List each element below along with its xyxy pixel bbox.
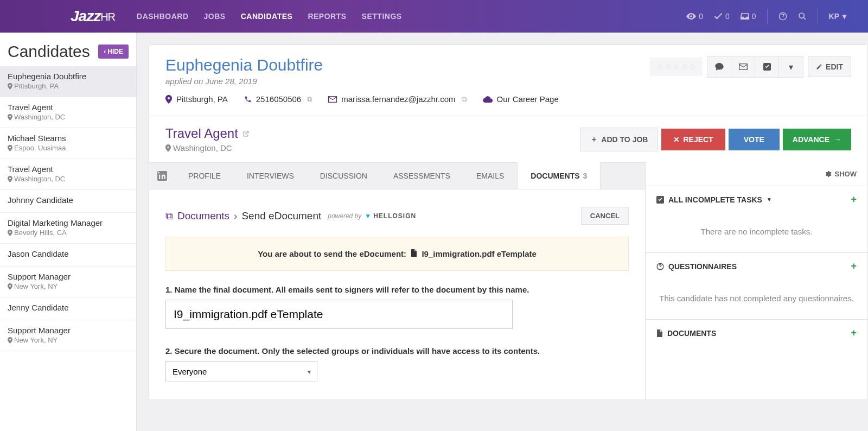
job-location: Washington, DC [165, 143, 250, 153]
questionnaires-panel-head[interactable]: QUESTIONNAIRES + [646, 253, 867, 280]
profile-header: Euphegenia Doubtfire applied on June 28,… [149, 45, 867, 86]
copy-icon[interactable]: ⧉ [307, 95, 312, 104]
linkedin-icon[interactable] [149, 163, 175, 189]
tabs-column: PROFILE INTERVIEWS DISCUSSION ASSESSMENT… [149, 162, 645, 400]
profile-card: Euphegenia Doubtfire applied on June 28,… [149, 45, 868, 400]
tab-documents[interactable]: DOCUMENTS3 [517, 162, 601, 189]
add-task-button[interactable]: + [851, 194, 857, 205]
breadcrumb-current: Send eDocument [241, 210, 321, 222]
candidate-item[interactable]: Support ManagerNew York, NY [0, 320, 136, 351]
candidate-item-location: New York, NY [8, 336, 129, 344]
nav-settings[interactable]: SETTINGS [362, 12, 402, 21]
candidate-item-name: Jenny Candidate [8, 303, 129, 312]
add-questionnaire-button[interactable]: + [851, 261, 857, 272]
edit-button[interactable]: EDIT [808, 56, 851, 77]
svg-point-2 [799, 13, 804, 18]
reject-button[interactable]: ✕ REJECT [661, 129, 725, 150]
contact-row: Pittsburgh, PA 2516050506 ⧉ marissa.fern… [149, 86, 867, 116]
nav-dashboard[interactable]: DASHBOARD [137, 12, 189, 21]
tab-discussion[interactable]: DISCUSSION [307, 163, 380, 189]
cancel-button[interactable]: CANCEL [581, 207, 629, 225]
star-icon: ☆ [681, 62, 688, 72]
source-item: Our Career Page [483, 94, 559, 104]
tab-bar: PROFILE INTERVIEWS DISCUSSION ASSESSMENT… [149, 162, 645, 189]
hide-sidebar-button[interactable]: ‹ HIDE [98, 45, 129, 59]
tab-interviews[interactable]: INTERVIEWS [234, 163, 307, 189]
send-notice: You are about to send the eDocument: I9_… [165, 237, 629, 271]
nav-reports[interactable]: REPORTS [308, 12, 346, 21]
tab-emails[interactable]: EMAILS [463, 163, 517, 189]
nav-candidates[interactable]: CANDIDATES [241, 12, 293, 21]
candidate-item[interactable]: Jenny Candidate [0, 297, 136, 320]
rating-stars[interactable]: ☆☆☆☆☆ [650, 58, 703, 76]
user-menu[interactable]: KP ▾ [829, 12, 846, 21]
task-button[interactable] [755, 56, 779, 77]
checks-stat[interactable]: 0 [714, 12, 730, 21]
candidate-item-name: Johnny Candidate [8, 195, 129, 205]
candidate-item[interactable]: Travel AgentWashington, DC [0, 97, 136, 128]
main-content: Euphegenia Doubtfire applied on June 28,… [137, 33, 868, 431]
more-actions-button[interactable]: ▾ [779, 56, 803, 77]
candidate-item-name: Support Manager [8, 326, 129, 335]
comment-button[interactable] [707, 56, 731, 77]
check-icon [714, 13, 723, 20]
show-toggle[interactable]: SHOW [646, 162, 867, 186]
candidate-item[interactable]: Euphegenia DoubtfirePittsburgh, PA [0, 66, 136, 97]
candidate-item-location: Washington, DC [8, 175, 129, 183]
star-icon: ☆ [689, 62, 696, 72]
candidate-item-name: Euphegenia Doubtfire [8, 72, 129, 81]
envelope-icon [739, 64, 748, 70]
nav-right: 0 0 0 KP ▾ [686, 9, 846, 24]
views-stat[interactable]: 0 [686, 12, 703, 21]
job-title[interactable]: Travel Agent [165, 126, 250, 141]
tab-body: ⧉ Documents › Send eDocument powered by … [149, 189, 645, 400]
star-icon: ☆ [673, 62, 680, 72]
nav-divider [767, 9, 768, 24]
caret-down-icon: ▾ [789, 62, 793, 72]
vote-button[interactable]: VOTE [729, 129, 780, 150]
breadcrumb-documents[interactable]: Documents [177, 210, 229, 222]
candidate-item-location: Washington, DC [8, 113, 129, 121]
breadcrumb: ⧉ Documents › Send eDocument [165, 210, 321, 222]
tab-profile[interactable]: PROFILE [175, 163, 234, 189]
tasks-panel-head[interactable]: ALL INCOMPLETE TASKS ▼ + [646, 186, 867, 213]
candidate-name[interactable]: Euphegenia Doubtfire [165, 56, 323, 74]
documents-panel-head[interactable]: DOCUMENTS + [646, 320, 867, 346]
advance-button[interactable]: ADVANCE → [783, 129, 851, 150]
candidate-item[interactable]: Jason Candidate [0, 244, 136, 267]
svg-point-0 [690, 15, 692, 17]
check-square-icon [656, 196, 664, 204]
copy-icon[interactable]: ⧉ [462, 95, 467, 104]
sidebar-title: Candidates [8, 42, 90, 61]
search-icon[interactable] [798, 12, 807, 21]
document-name-input[interactable] [165, 300, 513, 329]
nav-jobs[interactable]: JOBS [204, 12, 226, 21]
check-square-icon [763, 63, 771, 71]
inbox-stat[interactable]: 0 [741, 12, 756, 21]
candidate-item[interactable]: Support ManagerNew York, NY [0, 267, 136, 297]
eye-icon [686, 13, 696, 20]
location-item: Pittsburgh, PA [165, 94, 228, 104]
add-document-button[interactable]: + [851, 327, 857, 339]
powered-by: powered by ▼HELLOSIGN [328, 212, 416, 220]
help-icon[interactable] [778, 12, 787, 21]
questionnaires-panel: QUESTIONNAIRES + This candidate has not … [646, 252, 867, 319]
add-to-job-button[interactable]: ＋ ADD TO JOB [580, 128, 658, 151]
top-nav: JazzHR DASHBOARD JOBS CANDIDATES REPORTS… [0, 0, 868, 33]
file-icon [411, 249, 417, 258]
pencil-icon [816, 64, 822, 70]
nav-divider [818, 9, 818, 24]
tab-assessments[interactable]: ASSESSMENTS [380, 163, 463, 189]
email-button[interactable] [731, 56, 755, 77]
tasks-panel: ALL INCOMPLETE TASKS ▼ + There are no in… [646, 186, 867, 252]
candidate-item[interactable]: Digital Marketing ManagerBeverly Hills, … [0, 213, 136, 244]
candidate-item[interactable]: Johnny Candidate [0, 190, 136, 213]
caret-down-icon: ▾ [843, 12, 846, 21]
applied-date: applied on June 28, 2019 [165, 77, 323, 86]
email-item: marissa.fernandez@jazzhr.com ⧉ [328, 94, 466, 104]
phone-item: 2516050506 ⧉ [244, 94, 312, 104]
logo[interactable]: JazzHR [71, 8, 115, 25]
security-select[interactable]: Everyone [165, 361, 317, 382]
candidate-item[interactable]: Travel AgentWashington, DC [0, 159, 136, 190]
candidate-item[interactable]: Michael StearnsEspoo, Uusimaa [0, 128, 136, 159]
